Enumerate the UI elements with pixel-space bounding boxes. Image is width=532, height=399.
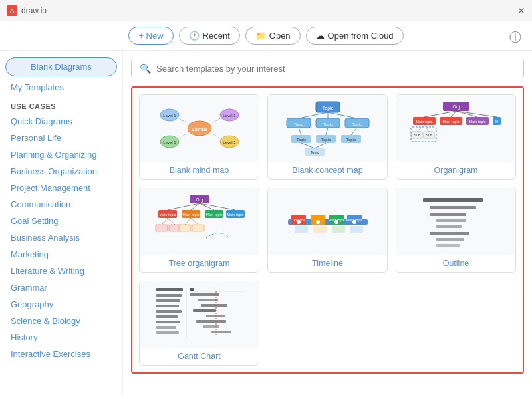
svg-rect-120 [193, 309, 216, 312]
template-label-tree: Tree organigram [140, 255, 259, 272]
use-cases-label: USE CASES [0, 96, 122, 113]
svg-rect-104 [436, 244, 460, 247]
sidebar-item-interactive[interactable]: Interactive Exercises [0, 346, 122, 362]
new-button[interactable]: + New [128, 27, 173, 45]
svg-text:Main topic: Main topic [182, 213, 199, 217]
svg-text:Topic: Topic [296, 138, 305, 142]
template-card-gantt[interactable]: Gantt Chart [139, 281, 259, 366]
svg-line-57 [424, 125, 429, 132]
template-label-gantt: Gantt Chart [140, 348, 259, 365]
svg-rect-90 [313, 226, 327, 233]
search-icon: 🔍 [140, 63, 151, 74]
svg-text:Main topic: Main topic [227, 213, 243, 217]
svg-line-27 [299, 128, 301, 135]
svg-line-71 [200, 203, 214, 210]
svg-text:Sub: Sub [426, 133, 432, 137]
info-button[interactable]: ⓘ [509, 29, 521, 45]
svg-text:Topic: Topic [352, 122, 361, 126]
svg-rect-78 [192, 225, 204, 231]
svg-rect-113 [156, 331, 179, 334]
sidebar-item-business-org[interactable]: Business Organization [0, 163, 122, 180]
svg-text:Topic: Topic [293, 122, 303, 126]
template-card-outline[interactable]: Outline [396, 188, 516, 273]
svg-text:Topic: Topic [323, 122, 332, 126]
sidebar-item-personal-life[interactable]: Personal Life [0, 130, 122, 146]
svg-line-37 [315, 143, 326, 148]
sidebar-item-goal-setting[interactable]: Goal Setting [0, 213, 122, 229]
svg-rect-102 [430, 232, 469, 235]
tree-svg: Org Main topic Main topic Main topic Mai… [153, 192, 246, 251]
template-card-organigram[interactable]: Org Main topic Main topic Main topic M [396, 94, 516, 180]
svg-rect-110 [156, 315, 178, 318]
template-preview-concept-map: Topic Topic Topic Topic [268, 95, 387, 162]
svg-text:Org: Org [196, 198, 203, 203]
svg-rect-111 [156, 321, 180, 323]
svg-line-79 [185, 218, 191, 225]
outline-svg [410, 192, 503, 251]
blank-diagrams-button[interactable]: Blank Diagrams [5, 57, 117, 76]
svg-rect-124 [211, 331, 231, 333]
sidebar-item-science-biology[interactable]: Science & Biology [0, 313, 122, 329]
svg-rect-115 [190, 288, 194, 291]
template-preview-gantt [140, 281, 259, 348]
svg-rect-112 [156, 326, 176, 329]
close-button[interactable]: ✕ [517, 5, 525, 16]
template-card-timeline[interactable]: Timeline Main topic Main topic [267, 188, 388, 273]
cloud-icon: ☁ [316, 31, 325, 41]
sidebar-item-quick-diagrams[interactable]: Quick Diagrams [0, 113, 122, 130]
svg-line-72 [200, 203, 235, 210]
sidebar-item-business-analysis[interactable]: Business Analysis [0, 229, 122, 246]
svg-rect-77 [179, 225, 191, 231]
open-button[interactable]: 📁 Open [245, 27, 301, 45]
app-icon: A [7, 5, 17, 16]
sidebar-item-history[interactable]: History [0, 329, 122, 346]
my-templates-link[interactable]: My Templates [0, 79, 122, 96]
gantt-svg [153, 285, 246, 344]
svg-rect-92 [350, 226, 363, 233]
svg-rect-89 [295, 226, 308, 233]
template-preview-mind-map: Central Level 1 Level 1 Level 1 [140, 95, 259, 162]
folder-icon: 📁 [255, 31, 266, 41]
sidebar-item-literature[interactable]: Literature & Writing [0, 263, 122, 279]
svg-text:Level 1: Level 1 [163, 140, 176, 144]
svg-line-36 [301, 143, 315, 148]
template-preview-organigram: Org Main topic Main topic Main topic M [396, 95, 515, 162]
template-preview-outline [396, 188, 515, 255]
sidebar-item-project-mgmt[interactable]: Project Management [0, 180, 122, 196]
svg-text:Main topic: Main topic [469, 120, 485, 124]
sidebar-item-marketing[interactable]: Marketing [0, 246, 122, 263]
svg-rect-117 [190, 293, 219, 296]
svg-text:Sub: Sub [414, 133, 420, 137]
search-input[interactable] [156, 64, 515, 74]
svg-rect-105 [156, 288, 183, 291]
app-name: draw.io [21, 6, 47, 15]
svg-line-30 [326, 128, 328, 135]
template-card-blank-concept-map[interactable]: Topic Topic Topic Topic [267, 94, 388, 180]
open-cloud-button[interactable]: ☁ Open from Cloud [306, 27, 404, 45]
sidebar-item-geography[interactable]: Geography [0, 296, 122, 313]
recent-button[interactable]: 🕐 Recent [179, 27, 240, 45]
svg-text:Topic: Topic [322, 106, 333, 111]
svg-text:Main topic: Main topic [416, 120, 432, 124]
svg-line-75 [162, 218, 168, 225]
svg-point-94 [316, 220, 320, 224]
svg-rect-107 [156, 299, 180, 302]
svg-rect-101 [436, 225, 462, 228]
svg-rect-103 [436, 238, 464, 241]
svg-line-22 [299, 112, 328, 118]
svg-point-95 [334, 220, 338, 224]
title-bar: A draw.io ✕ [0, 0, 532, 21]
template-card-blank-mind-map[interactable]: Central Level 1 Level 1 Level 1 [139, 94, 259, 180]
template-card-tree-organigram[interactable]: Org Main topic Main topic Main topic Mai… [139, 188, 259, 273]
sidebar-item-planning[interactable]: Planning & Organizing [0, 146, 122, 163]
svg-text:Topic: Topic [321, 138, 330, 142]
template-label-organigram: Organigram [396, 162, 515, 179]
sidebar-item-communication[interactable]: Communication [0, 196, 122, 213]
svg-text:Level 1: Level 1 [223, 114, 236, 118]
svg-text:Main topic: Main topic [159, 213, 176, 217]
svg-line-76 [168, 218, 175, 225]
template-label-timeline: Timeline [268, 255, 387, 272]
sidebar-item-grammar[interactable]: Grammar [0, 279, 122, 296]
svg-line-50 [456, 111, 477, 117]
main-layout: Blank Diagrams My Templates USE CASES Qu… [0, 51, 532, 395]
